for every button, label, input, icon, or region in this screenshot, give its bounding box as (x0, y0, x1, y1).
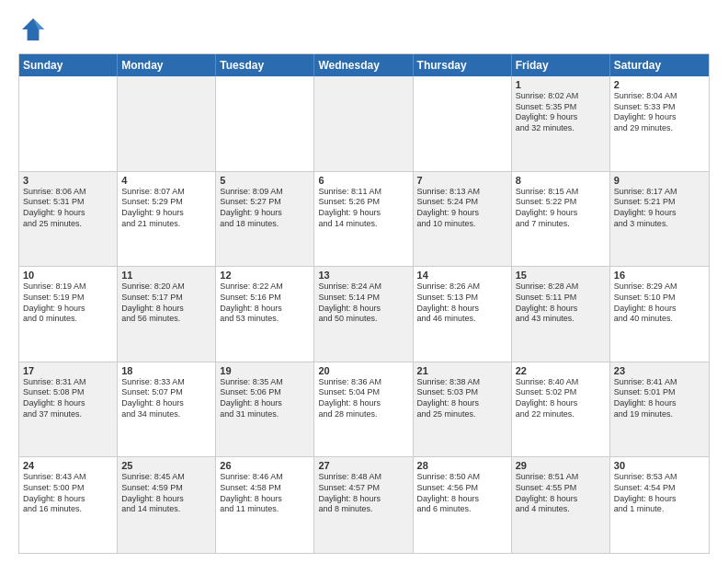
cal-cell: 28Sunrise: 8:50 AM Sunset: 4:56 PM Dayli… (414, 457, 512, 553)
day-info: Sunrise: 8:33 AM Sunset: 5:07 PM Dayligh… (121, 377, 211, 420)
cal-cell (414, 76, 512, 171)
day-info: Sunrise: 8:29 AM Sunset: 5:10 PM Dayligh… (614, 282, 705, 325)
day-number: 4 (121, 175, 211, 186)
cal-cell: 7Sunrise: 8:13 AM Sunset: 5:24 PM Daylig… (414, 172, 512, 267)
cal-cell: 18Sunrise: 8:33 AM Sunset: 5:07 PM Dayli… (118, 362, 216, 457)
cal-cell: 30Sunrise: 8:53 AM Sunset: 4:54 PM Dayli… (610, 457, 709, 553)
day-info: Sunrise: 8:07 AM Sunset: 5:29 PM Dayligh… (121, 187, 211, 230)
cal-cell: 4Sunrise: 8:07 AM Sunset: 5:29 PM Daylig… (118, 172, 216, 267)
day-info: Sunrise: 8:15 AM Sunset: 5:22 PM Dayligh… (516, 187, 606, 230)
day-info: Sunrise: 8:45 AM Sunset: 4:59 PM Dayligh… (121, 472, 211, 515)
cal-cell: 14Sunrise: 8:26 AM Sunset: 5:13 PM Dayli… (414, 267, 512, 362)
cal-cell: 20Sunrise: 8:36 AM Sunset: 5:04 PM Dayli… (314, 362, 413, 457)
cal-cell (19, 76, 118, 171)
cal-cell: 5Sunrise: 8:09 AM Sunset: 5:27 PM Daylig… (216, 172, 314, 267)
day-number: 13 (318, 270, 408, 281)
day-header-tuesday: Tuesday (216, 54, 314, 76)
day-number: 16 (614, 270, 705, 281)
day-number: 12 (220, 270, 310, 281)
day-info: Sunrise: 8:24 AM Sunset: 5:14 PM Dayligh… (318, 282, 408, 325)
week-row-4: 17Sunrise: 8:31 AM Sunset: 5:08 PM Dayli… (19, 362, 709, 458)
day-info: Sunrise: 8:06 AM Sunset: 5:31 PM Dayligh… (23, 187, 113, 230)
cal-cell: 17Sunrise: 8:31 AM Sunset: 5:08 PM Dayli… (19, 362, 118, 457)
day-info: Sunrise: 8:17 AM Sunset: 5:21 PM Dayligh… (614, 187, 705, 230)
cal-cell: 10Sunrise: 8:19 AM Sunset: 5:19 PM Dayli… (19, 267, 118, 362)
day-info: Sunrise: 8:43 AM Sunset: 5:00 PM Dayligh… (23, 472, 113, 515)
day-number: 20 (318, 365, 408, 376)
day-number: 30 (614, 460, 705, 471)
cal-cell: 25Sunrise: 8:45 AM Sunset: 4:59 PM Dayli… (118, 457, 216, 553)
cal-cell (314, 76, 413, 171)
day-number: 10 (23, 270, 113, 281)
day-header-friday: Friday (512, 54, 610, 76)
cal-cell: 3Sunrise: 8:06 AM Sunset: 5:31 PM Daylig… (19, 172, 118, 267)
cal-cell: 2Sunrise: 8:04 AM Sunset: 5:33 PM Daylig… (610, 76, 709, 171)
day-info: Sunrise: 8:13 AM Sunset: 5:24 PM Dayligh… (417, 187, 507, 230)
day-number: 29 (516, 460, 606, 471)
day-header-thursday: Thursday (414, 54, 512, 76)
day-number: 24 (23, 460, 113, 471)
day-number: 5 (220, 175, 310, 186)
cal-cell: 19Sunrise: 8:35 AM Sunset: 5:06 PM Dayli… (216, 362, 314, 457)
day-info: Sunrise: 8:38 AM Sunset: 5:03 PM Dayligh… (417, 377, 507, 420)
calendar: SundayMondayTuesdayWednesdayThursdayFrid… (18, 53, 710, 554)
logo (18, 15, 51, 44)
header (18, 15, 710, 44)
day-info: Sunrise: 8:09 AM Sunset: 5:27 PM Dayligh… (220, 187, 310, 230)
day-info: Sunrise: 8:53 AM Sunset: 4:54 PM Dayligh… (614, 472, 705, 515)
week-row-2: 3Sunrise: 8:06 AM Sunset: 5:31 PM Daylig… (19, 172, 709, 268)
week-row-1: 1Sunrise: 8:02 AM Sunset: 5:35 PM Daylig… (19, 76, 709, 172)
cal-cell: 16Sunrise: 8:29 AM Sunset: 5:10 PM Dayli… (610, 267, 709, 362)
day-header-sunday: Sunday (19, 54, 118, 76)
cal-cell (216, 76, 314, 171)
day-number: 7 (417, 175, 507, 186)
day-info: Sunrise: 8:40 AM Sunset: 5:02 PM Dayligh… (516, 377, 606, 420)
cal-cell: 24Sunrise: 8:43 AM Sunset: 5:00 PM Dayli… (19, 457, 118, 553)
day-number: 19 (220, 365, 310, 376)
cal-cell: 29Sunrise: 8:51 AM Sunset: 4:55 PM Dayli… (512, 457, 610, 553)
day-info: Sunrise: 8:02 AM Sunset: 5:35 PM Dayligh… (516, 91, 606, 134)
cal-cell: 1Sunrise: 8:02 AM Sunset: 5:35 PM Daylig… (512, 76, 610, 171)
day-info: Sunrise: 8:31 AM Sunset: 5:08 PM Dayligh… (23, 377, 113, 420)
day-info: Sunrise: 8:26 AM Sunset: 5:13 PM Dayligh… (417, 282, 507, 325)
day-number: 6 (318, 175, 408, 186)
day-number: 27 (318, 460, 408, 471)
day-info: Sunrise: 8:28 AM Sunset: 5:11 PM Dayligh… (516, 282, 606, 325)
day-number: 17 (23, 365, 113, 376)
cal-cell: 22Sunrise: 8:40 AM Sunset: 5:02 PM Dayli… (512, 362, 610, 457)
cal-cell (118, 76, 216, 171)
cal-cell: 27Sunrise: 8:48 AM Sunset: 4:57 PM Dayli… (314, 457, 413, 553)
day-number: 26 (220, 460, 310, 471)
cal-cell: 8Sunrise: 8:15 AM Sunset: 5:22 PM Daylig… (512, 172, 610, 267)
day-header-wednesday: Wednesday (314, 54, 413, 76)
cal-cell: 11Sunrise: 8:20 AM Sunset: 5:17 PM Dayli… (118, 267, 216, 362)
day-info: Sunrise: 8:35 AM Sunset: 5:06 PM Dayligh… (220, 377, 310, 420)
day-number: 25 (121, 460, 211, 471)
calendar-header: SundayMondayTuesdayWednesdayThursdayFrid… (19, 54, 709, 76)
cal-cell: 13Sunrise: 8:24 AM Sunset: 5:14 PM Dayli… (314, 267, 413, 362)
day-header-saturday: Saturday (610, 54, 709, 76)
cal-cell: 12Sunrise: 8:22 AM Sunset: 5:16 PM Dayli… (216, 267, 314, 362)
day-info: Sunrise: 8:48 AM Sunset: 4:57 PM Dayligh… (318, 472, 408, 515)
day-number: 15 (516, 270, 606, 281)
day-number: 11 (121, 270, 211, 281)
day-number: 8 (516, 175, 606, 186)
day-info: Sunrise: 8:04 AM Sunset: 5:33 PM Dayligh… (614, 91, 705, 134)
day-number: 28 (417, 460, 507, 471)
cal-cell: 21Sunrise: 8:38 AM Sunset: 5:03 PM Dayli… (414, 362, 512, 457)
day-info: Sunrise: 8:46 AM Sunset: 4:58 PM Dayligh… (220, 472, 310, 515)
logo-icon (18, 15, 48, 44)
day-number: 1 (516, 79, 606, 90)
calendar-body: 1Sunrise: 8:02 AM Sunset: 5:35 PM Daylig… (19, 76, 709, 553)
day-info: Sunrise: 8:11 AM Sunset: 5:26 PM Dayligh… (318, 187, 408, 230)
day-number: 18 (121, 365, 211, 376)
page: SundayMondayTuesdayWednesdayThursdayFrid… (0, 0, 728, 563)
week-row-5: 24Sunrise: 8:43 AM Sunset: 5:00 PM Dayli… (19, 457, 709, 553)
day-number: 2 (614, 79, 705, 90)
week-row-3: 10Sunrise: 8:19 AM Sunset: 5:19 PM Dayli… (19, 267, 709, 362)
cal-cell: 26Sunrise: 8:46 AM Sunset: 4:58 PM Dayli… (216, 457, 314, 553)
day-number: 22 (516, 365, 606, 376)
day-number: 23 (614, 365, 705, 376)
day-info: Sunrise: 8:19 AM Sunset: 5:19 PM Dayligh… (23, 282, 113, 325)
day-number: 14 (417, 270, 507, 281)
